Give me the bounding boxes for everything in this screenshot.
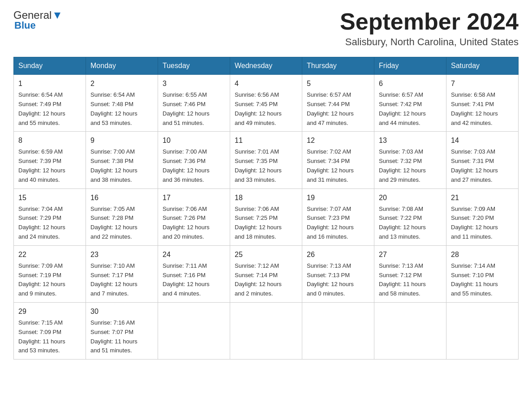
day-number: 21	[451, 193, 514, 203]
calendar-cell: 2Sunrise: 6:54 AMSunset: 7:48 PMDaylight…	[86, 75, 158, 132]
day-number: 19	[307, 193, 369, 203]
calendar-cell: 15Sunrise: 7:04 AMSunset: 7:29 PMDayligh…	[14, 188, 86, 245]
day-info: Sunrise: 7:13 AMSunset: 7:13 PMDaylight:…	[307, 261, 369, 299]
calendar-cell: 1Sunrise: 6:54 AMSunset: 7:49 PMDaylight…	[14, 75, 86, 132]
calendar-cell: 17Sunrise: 7:06 AMSunset: 7:26 PMDayligh…	[158, 188, 230, 245]
week-row-3: 15Sunrise: 7:04 AMSunset: 7:29 PMDayligh…	[14, 188, 519, 245]
day-info: Sunrise: 6:54 AMSunset: 7:49 PMDaylight:…	[18, 90, 81, 128]
day-number: 9	[90, 135, 153, 146]
day-info: Sunrise: 7:06 AMSunset: 7:25 PMDaylight:…	[235, 205, 297, 242]
day-info: Sunrise: 7:09 AMSunset: 7:20 PMDaylight:…	[451, 205, 514, 242]
day-info: Sunrise: 7:13 AMSunset: 7:12 PMDaylight:…	[379, 261, 442, 299]
logo: General Blue	[13, 9, 62, 31]
calendar-cell: 3Sunrise: 6:55 AMSunset: 7:46 PMDaylight…	[158, 75, 230, 132]
day-info: Sunrise: 6:57 AMSunset: 7:42 PMDaylight:…	[379, 90, 442, 128]
calendar-cell	[230, 302, 302, 359]
calendar-cell: 28Sunrise: 7:14 AMSunset: 7:10 PMDayligh…	[446, 245, 519, 302]
calendar-cell: 20Sunrise: 7:08 AMSunset: 7:22 PMDayligh…	[374, 188, 446, 245]
day-number: 26	[307, 249, 369, 260]
day-number: 8	[18, 135, 81, 146]
calendar-cell: 26Sunrise: 7:13 AMSunset: 7:13 PMDayligh…	[302, 245, 374, 302]
day-info: Sunrise: 6:55 AMSunset: 7:46 PMDaylight:…	[163, 90, 225, 128]
day-number: 16	[90, 193, 153, 203]
day-number: 5	[307, 78, 369, 89]
weekday-header-tuesday: Tuesday	[158, 57, 230, 75]
calendar-cell	[302, 302, 374, 359]
calendar-cell: 5Sunrise: 6:57 AMSunset: 7:44 PMDaylight…	[302, 75, 374, 132]
calendar-table: SundayMondayTuesdayWednesdayThursdayFrid…	[13, 57, 519, 360]
day-number: 1	[18, 78, 81, 89]
week-row-4: 22Sunrise: 7:09 AMSunset: 7:19 PMDayligh…	[14, 245, 519, 302]
day-info: Sunrise: 7:03 AMSunset: 7:31 PMDaylight:…	[451, 147, 514, 184]
day-number: 10	[163, 135, 225, 146]
day-number: 18	[235, 193, 297, 203]
calendar-cell: 8Sunrise: 6:59 AMSunset: 7:39 PMDaylight…	[14, 132, 86, 188]
weekday-header-wednesday: Wednesday	[230, 57, 302, 75]
day-number: 7	[451, 78, 514, 89]
weekday-header-sunday: Sunday	[14, 57, 86, 75]
day-info: Sunrise: 7:12 AMSunset: 7:14 PMDaylight:…	[235, 261, 297, 299]
day-number: 6	[379, 78, 442, 89]
day-info: Sunrise: 7:02 AMSunset: 7:34 PMDaylight:…	[307, 147, 369, 184]
calendar-cell: 11Sunrise: 7:01 AMSunset: 7:35 PMDayligh…	[230, 132, 302, 188]
calendar-cell: 6Sunrise: 6:57 AMSunset: 7:42 PMDaylight…	[374, 75, 446, 132]
calendar-cell	[374, 302, 446, 359]
calendar-cell: 21Sunrise: 7:09 AMSunset: 7:20 PMDayligh…	[446, 188, 519, 245]
title-area: September 2024 Salisbury, North Carolina…	[340, 9, 519, 48]
day-number: 20	[379, 193, 442, 203]
day-number: 24	[163, 249, 225, 260]
day-info: Sunrise: 7:04 AMSunset: 7:29 PMDaylight:…	[18, 205, 81, 242]
day-number: 17	[163, 193, 225, 203]
calendar-cell: 10Sunrise: 7:00 AMSunset: 7:36 PMDayligh…	[158, 132, 230, 188]
day-number: 12	[307, 135, 369, 146]
calendar-cell: 22Sunrise: 7:09 AMSunset: 7:19 PMDayligh…	[14, 245, 86, 302]
calendar-cell: 29Sunrise: 7:15 AMSunset: 7:09 PMDayligh…	[14, 302, 86, 359]
day-number: 29	[18, 306, 81, 317]
week-row-5: 29Sunrise: 7:15 AMSunset: 7:09 PMDayligh…	[14, 302, 519, 359]
calendar-cell: 16Sunrise: 7:05 AMSunset: 7:28 PMDayligh…	[86, 188, 158, 245]
calendar-cell: 23Sunrise: 7:10 AMSunset: 7:17 PMDayligh…	[86, 245, 158, 302]
day-info: Sunrise: 7:08 AMSunset: 7:22 PMDaylight:…	[379, 205, 442, 242]
calendar-cell: 27Sunrise: 7:13 AMSunset: 7:12 PMDayligh…	[374, 245, 446, 302]
day-number: 25	[235, 249, 297, 260]
day-number: 23	[90, 249, 153, 260]
week-row-2: 8Sunrise: 6:59 AMSunset: 7:39 PMDaylight…	[14, 132, 519, 188]
day-info: Sunrise: 7:01 AMSunset: 7:35 PMDaylight:…	[235, 147, 297, 184]
calendar-cell: 7Sunrise: 6:58 AMSunset: 7:41 PMDaylight…	[446, 75, 519, 132]
day-info: Sunrise: 7:09 AMSunset: 7:19 PMDaylight:…	[18, 261, 81, 299]
day-number: 15	[18, 193, 81, 203]
calendar-cell: 19Sunrise: 7:07 AMSunset: 7:23 PMDayligh…	[302, 188, 374, 245]
day-info: Sunrise: 7:10 AMSunset: 7:17 PMDaylight:…	[90, 261, 153, 299]
day-number: 13	[379, 135, 442, 146]
svg-marker-0	[54, 13, 60, 19]
calendar-cell: 18Sunrise: 7:06 AMSunset: 7:25 PMDayligh…	[230, 188, 302, 245]
month-year-title: September 2024	[340, 9, 519, 34]
calendar-cell: 30Sunrise: 7:16 AMSunset: 7:07 PMDayligh…	[86, 302, 158, 359]
day-info: Sunrise: 7:16 AMSunset: 7:07 PMDaylight:…	[90, 318, 153, 355]
weekday-header-saturday: Saturday	[446, 57, 519, 75]
page-header: General Blue September 2024 Salisbury, N…	[13, 9, 519, 48]
weekday-header-friday: Friday	[374, 57, 446, 75]
weekday-header-monday: Monday	[86, 57, 158, 75]
logo-blue-text: Blue	[14, 20, 62, 31]
location-subtitle: Salisbury, North Carolina, United States	[340, 36, 519, 48]
day-info: Sunrise: 6:56 AMSunset: 7:45 PMDaylight:…	[235, 90, 297, 128]
day-info: Sunrise: 7:07 AMSunset: 7:23 PMDaylight:…	[307, 205, 369, 242]
day-info: Sunrise: 7:05 AMSunset: 7:28 PMDaylight:…	[90, 205, 153, 242]
calendar-cell: 13Sunrise: 7:03 AMSunset: 7:32 PMDayligh…	[374, 132, 446, 188]
calendar-cell: 4Sunrise: 6:56 AMSunset: 7:45 PMDaylight…	[230, 75, 302, 132]
weekday-header-thursday: Thursday	[302, 57, 374, 75]
calendar-cell	[158, 302, 230, 359]
day-number: 27	[379, 249, 442, 260]
day-info: Sunrise: 7:15 AMSunset: 7:09 PMDaylight:…	[18, 318, 81, 355]
day-info: Sunrise: 6:59 AMSunset: 7:39 PMDaylight:…	[18, 147, 81, 184]
day-info: Sunrise: 6:54 AMSunset: 7:48 PMDaylight:…	[90, 90, 153, 128]
week-row-1: 1Sunrise: 6:54 AMSunset: 7:49 PMDaylight…	[14, 75, 519, 132]
day-number: 22	[18, 249, 81, 260]
day-number: 4	[235, 78, 297, 89]
logo-triangle-icon	[52, 11, 62, 21]
day-number: 2	[90, 78, 153, 89]
calendar-cell: 24Sunrise: 7:11 AMSunset: 7:16 PMDayligh…	[158, 245, 230, 302]
day-info: Sunrise: 7:14 AMSunset: 7:10 PMDaylight:…	[451, 261, 514, 299]
day-info: Sunrise: 7:00 AMSunset: 7:36 PMDaylight:…	[163, 147, 225, 184]
